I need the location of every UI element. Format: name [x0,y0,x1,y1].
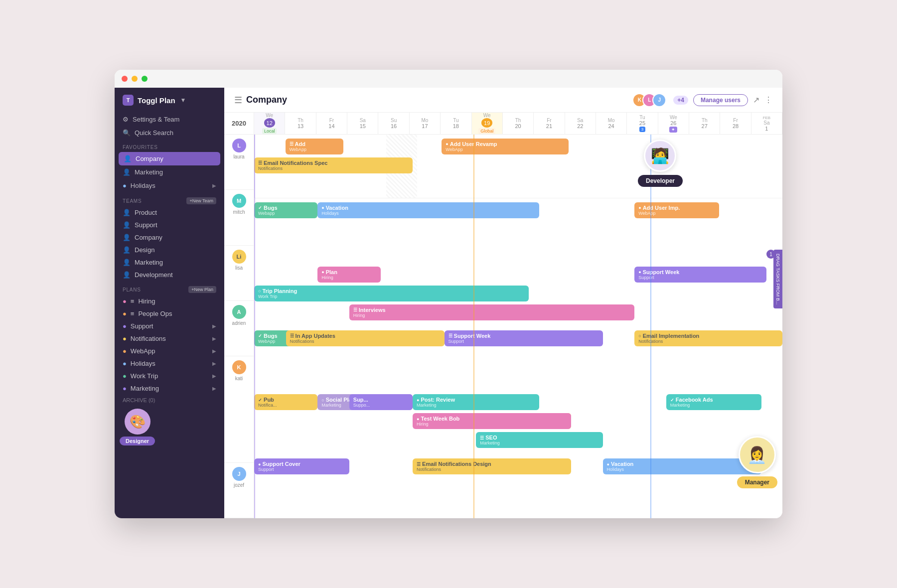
day-col-14: Fr 14 [316,113,347,134]
task-plan-hiring[interactable]: ● Plan Hiring [317,267,381,283]
avatar-3: J [652,93,666,107]
task-pub[interactable]: ✓ Pub Notifica... [254,394,317,410]
share-icon[interactable]: ↗ [753,95,759,105]
task-email-notif-spec[interactable]: ☰ Email Notifications Spec Notifications [254,157,413,173]
timeline-header: 2020 We 12 Local Th 13 Fr 14 [224,113,782,135]
main-window: T Toggl Plan ▼ ⚙ Settings & Team 🔍 Quick… [115,70,782,518]
manager-badge: Manager [737,476,777,488]
sidebar-item-support-plan[interactable]: ● Support ▶ [115,320,224,332]
minimize-button[interactable] [132,76,138,82]
menu-icon[interactable]: ☰ [234,95,242,106]
task-bugs-webapp-mitch[interactable]: ✓ Bugs Webapp [254,202,317,218]
sidebar-item-support[interactable]: 👤 Support [115,219,224,231]
day-col-17: Mo 17 [410,113,441,134]
favourites-section: FAVOURITES [115,140,224,152]
header-left: ☰ Company [234,95,287,106]
sidebar-item-webapp[interactable]: ● WebApp ▶ [115,345,224,357]
task-support-week-adrien[interactable]: ☰ Support Week Support [445,330,603,346]
sidebar-item-holidays-plan[interactable]: ● Holidays ▶ [115,357,224,370]
drag-tasks-button[interactable]: DRAG TASKS FROM B... [773,250,782,308]
manage-users-button[interactable]: Manage users [693,94,748,106]
day-col-12: We 12 Local [254,113,285,134]
sidebar-item-development[interactable]: 👤 Development [115,269,224,281]
avatar-jozef: J [232,467,246,481]
task-add-user-revamp[interactable]: ● Add User Revamp WebApp [442,139,568,154]
day-col-28: Fr 28 [720,113,751,134]
day-col-16: Su 16 [378,113,409,134]
main-layout: T Toggl Plan ▼ ⚙ Settings & Team 🔍 Quick… [115,88,782,518]
day-col-24: Mo 24 [596,113,627,134]
day-col-26: We 26 ✦ [658,113,689,134]
task-email-implementation[interactable]: ○ Email Implementation Notifications [634,330,782,346]
person-icon-4: 👤 [123,221,131,229]
task-in-app-updates[interactable]: ☰ In App Updates Notifications [286,330,445,346]
task-test-week-bob[interactable]: ● Test Week Bob Hiring [413,413,571,429]
sidebar-item-notifications[interactable]: ● Notifications ▶ [115,332,224,345]
task-facebook-ads[interactable]: ✓ Facebook Ads Marketing [666,394,761,410]
sidebar-item-design[interactable]: 👤 Design [115,244,224,256]
developer-float: 🧑‍💻 Developer [638,140,683,187]
sidebar-item-hiring[interactable]: ● ≡ Hiring [115,295,224,307]
sidebar-item-marketing[interactable]: 👤 Marketing [115,165,224,179]
plans-section: PLANS +New Plan [115,281,224,295]
gantt-body: L laura M mitch Li lisa [224,135,782,518]
task-trip-planning[interactable]: ○ Trip Planning Work Trip [254,286,529,301]
task-support-cover[interactable]: ● Support Cover Support [254,458,349,474]
close-button[interactable] [122,76,128,82]
header-right: K L J +4 Manage users ↗ ⋮ [632,93,772,107]
sidebar-item-holidays[interactable]: ● Holidays ▶ [115,179,224,192]
person-row-adrien: A adrien [224,301,254,356]
task-email-notif-design[interactable]: ☰ Email Notifications Design Notificatio… [413,458,571,474]
sidebar-item-marketing-team[interactable]: 👤 Marketing [115,256,224,269]
plus-count-badge: +4 [673,96,688,105]
avatar-kati: K [232,360,246,374]
dot-icon: ● [123,182,127,189]
hiring-dot: ● [123,297,127,305]
task-sup-support[interactable]: Sup... Suppo... [349,394,413,410]
day-col-22: Sa 22 [565,113,596,134]
person-row-laura: L laura [224,135,254,190]
sidebar-item-product[interactable]: 👤 Product [115,206,224,219]
task-post-review[interactable]: ● Post: Review Marketing [413,394,539,410]
sidebar-item-worktrip[interactable]: ● Work Trip ▶ [115,370,224,382]
marketing-dot: ● [123,385,127,392]
person-icon-3: 👤 [123,209,131,216]
developer-badge: Developer [638,175,683,187]
sidebar-item-company[interactable]: 👤 Company [119,152,220,165]
sidebar-item-archive[interactable]: ARCHIVE (0) [115,395,224,406]
header-avatars: K L J [632,93,666,107]
person-icon-5: 👤 [123,234,131,241]
webapp-dot: ● [123,347,127,355]
teams-section: TEAMS +New Team [115,192,224,206]
new-team-button[interactable]: +New Team [186,197,216,204]
task-seo[interactable]: ☰ SEO Marketing [476,432,602,448]
sidebar-item-settings[interactable]: ⚙ Settings & Team [115,113,224,126]
day-col-feb1: FEB Sa 1 [751,113,782,134]
task-support-week-lisa[interactable]: ● Support Week Support [634,267,766,283]
sidebar-item-marketing-plan[interactable]: ● Marketing ▶ [115,382,224,395]
person-icon-7: 👤 [123,259,131,266]
page-title: Company [246,95,287,105]
timeline-days: We 12 Local Th 13 Fr 14 Sa 15 [254,113,782,134]
task-interviews[interactable]: ☰ Interviews Hiring [349,304,634,320]
sidebar-item-search[interactable]: 🔍 Quick Search [115,126,224,140]
day-col-25: Tu 25 3 [627,113,658,134]
maximize-button[interactable] [142,76,148,82]
people-column: L laura M mitch Li lisa [224,135,254,518]
new-plan-button[interactable]: +New Plan [188,286,216,293]
task-vacation-mitch[interactable]: ● Vacation Holidays [317,202,539,218]
sidebar-logo[interactable]: T Toggl Plan ▼ [115,95,224,113]
sidebar-item-company-team[interactable]: 👤 Company [115,231,224,244]
content-header: ☰ Company K L J +4 Manage users ↗ ⋮ [224,88,782,113]
task-add-user-imp[interactable]: ● Add User Imp. WebApp [634,202,719,218]
developer-avatar: 🧑‍💻 [644,140,676,172]
sidebar-user-avatar[interactable]: 🎨 [125,409,150,435]
settings-icon: ⚙ [123,116,129,123]
titlebar [115,70,782,88]
task-add-webapp[interactable]: ☰ Add WebApp [286,139,344,154]
worktrip-dot: ● [123,372,127,380]
person-row-mitch: M mitch [224,190,254,245]
more-icon[interactable]: ⋮ [764,95,772,105]
designer-badge-label: Designer [120,437,155,445]
sidebar-item-people-ops[interactable]: ● ≡ People Ops [115,307,224,320]
